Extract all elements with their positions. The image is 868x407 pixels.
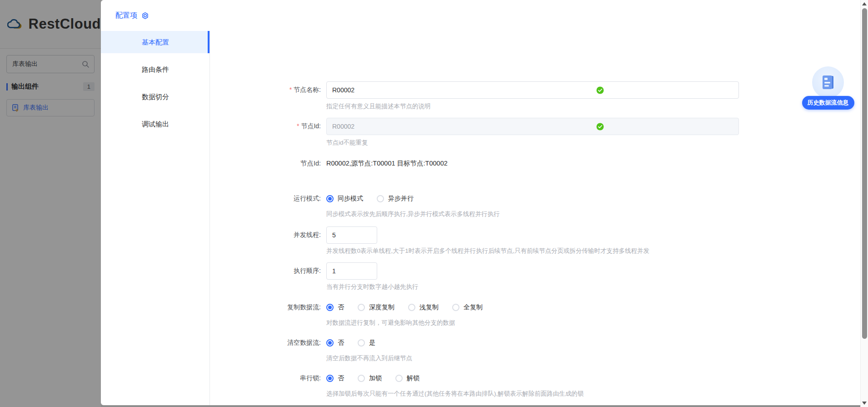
radio-clear-yes[interactable]: 是	[358, 339, 375, 347]
radio-copy-no[interactable]: 否	[326, 303, 344, 312]
radio-dot	[408, 304, 415, 311]
history-doc-icon	[819, 73, 837, 91]
copy-stream-radio-group: 否 深度复制 浅复制 全复制	[326, 303, 739, 312]
radio-full-copy[interactable]: 全复制	[452, 303, 483, 312]
threads-input[interactable]	[326, 226, 377, 244]
serial-lock-helper: 选择加锁后每次只能有一个任务通过(其他任务将在本路由排队),解锁表示解除前面路由…	[326, 390, 739, 398]
helper-row: 同步模式表示按先后顺序执行,异步并行模式表示多线程并行执行	[210, 210, 860, 218]
required-asterisk: *	[289, 86, 292, 93]
helper-row: 对数据流进行复制，可避免影响其他分支的数据	[210, 319, 860, 327]
window-scrollbar[interactable]	[860, 0, 868, 407]
helper-row: 选择加锁后每次只能有一个任务通过(其他任务将在本路由排队),解锁表示解除前面路由…	[210, 390, 860, 398]
radio-dot	[377, 195, 384, 202]
node-name-helper: 指定任何有意义且能描述本节点的说明	[326, 102, 739, 111]
field-row-exec-order: 执行顺序:	[210, 262, 860, 280]
helper-row: 指定任何有意义且能描述本节点的说明	[210, 102, 860, 111]
drawer-header: 配置项	[101, 0, 860, 31]
node-id-info-value: R00002,源节点:T00001 目标节点:T00002	[326, 160, 448, 167]
node-name-input[interactable]	[326, 81, 739, 99]
nav-item-route-condition[interactable]: 路由条件	[101, 58, 210, 80]
run-mode-helper: 同步模式表示按先后顺序执行,异步并行模式表示多线程并行执行	[326, 210, 739, 218]
valid-check-icon	[596, 123, 604, 131]
radio-lock-add[interactable]: 加锁	[358, 374, 382, 382]
radio-dot	[326, 375, 334, 382]
field-row-serial-lock: 串行锁: 否 加锁 解锁	[210, 374, 860, 382]
page: RestCloud 库表输出 输出组件 1	[0, 0, 868, 407]
config-nav: 基本配置 路由条件 数据切分 调试输出	[101, 31, 210, 405]
history-badge[interactable]: 历史数据流信息	[802, 96, 854, 110]
exec-order-label: 执行顺序:	[210, 267, 326, 275]
valid-check-icon	[596, 86, 604, 94]
radio-dot	[452, 304, 459, 311]
radio-dot	[395, 375, 403, 382]
node-id-helper: 节点id不能重复	[326, 139, 739, 147]
field-row-copy-stream: 复制数据流: 否 深度复制 浅复制 全复制	[210, 303, 860, 312]
helper-row: 并发线程数0表示单线程,大于1时表示开启多个线程并行执行后续节点,只有前续节点分…	[210, 247, 860, 255]
serial-lock-label: 串行锁:	[210, 374, 326, 382]
radio-dot	[326, 304, 334, 311]
clear-stream-radio-group: 否 是	[326, 339, 739, 347]
node-name-label: *节点名称:	[210, 86, 326, 94]
gear-icon[interactable]	[141, 11, 150, 20]
history-icon-circle	[812, 66, 844, 98]
helper-row: 清空后数据不再流入到后继节点	[210, 354, 860, 362]
node-id-input	[326, 118, 739, 135]
radio-deep-copy[interactable]: 深度复制	[358, 303, 394, 312]
exec-order-input[interactable]	[326, 262, 377, 280]
drawer-title: 配置项	[115, 11, 137, 20]
clear-stream-label: 清空数据流:	[210, 339, 326, 347]
helper-row: 节点id不能重复	[210, 139, 860, 147]
threads-helper: 并发线程数0表示单线程,大于1时表示开启多个线程并行执行后续节点,只有前续节点分…	[326, 247, 739, 255]
node-id-label: *节点Id:	[210, 122, 326, 131]
threads-label: 并发线程:	[210, 231, 326, 239]
run-mode-label: 运行模式:	[210, 195, 326, 203]
node-id-info-row: 节点Id: R00002,源节点:T00001 目标节点:T00002	[210, 159, 860, 168]
history-dataflow-widget[interactable]: 历史数据流信息	[799, 66, 857, 110]
required-asterisk: *	[297, 122, 299, 130]
field-row-clear-stream: 清空数据流: 否 是	[210, 339, 860, 347]
field-row-run-mode: 运行模式: 同步模式 异步并行	[210, 195, 860, 203]
radio-dot	[358, 375, 365, 382]
radio-clear-no[interactable]: 否	[326, 339, 344, 347]
config-drawer: 配置项 基本配置 路由条件 数据切分 调试输出 *节点名称:	[101, 0, 860, 405]
scroll-down-icon[interactable]	[862, 402, 867, 405]
clear-stream-helper: 清空后数据不再流入到后继节点	[326, 354, 739, 362]
field-row-node-id: *节点Id:	[210, 118, 860, 135]
copy-stream-label: 复制数据流:	[210, 303, 326, 312]
field-row-node-name: *节点名称:	[210, 81, 860, 99]
radio-dot	[358, 304, 365, 311]
nav-item-debug-output[interactable]: 调试输出	[101, 113, 210, 135]
radio-dot	[358, 339, 365, 347]
nav-item-basic-config[interactable]: 基本配置	[101, 31, 210, 53]
run-mode-radio-group: 同步模式 异步并行	[326, 195, 739, 203]
drawer-body: 基本配置 路由条件 数据切分 调试输出 *节点名称:	[101, 31, 860, 405]
radio-lock-release[interactable]: 解锁	[395, 374, 419, 382]
node-id-info-label: 节点Id:	[210, 159, 326, 168]
radio-dot	[326, 195, 334, 202]
radio-dot	[326, 339, 334, 347]
exec-order-helper: 当有并行分支时数字越小越先执行	[326, 283, 739, 291]
serial-lock-radio-group: 否 加锁 解锁	[326, 374, 739, 382]
app-background: RestCloud 库表输出 输出组件 1	[0, 0, 101, 407]
basic-config-form: *节点名称: 指定任何有意义且能描述本节点的说明 *节点Id:	[210, 31, 860, 405]
radio-async-parallel[interactable]: 异步并行	[377, 195, 414, 203]
field-row-threads: 并发线程:	[210, 226, 860, 244]
modal-overlay[interactable]	[0, 0, 101, 407]
copy-stream-helper: 对数据流进行复制，可避免影响其他分支的数据	[326, 319, 739, 327]
scrollbar-thumb[interactable]	[862, 8, 867, 339]
radio-sync-mode[interactable]: 同步模式	[326, 195, 363, 203]
nav-item-data-split[interactable]: 数据切分	[101, 85, 210, 108]
helper-row: 当有并行分支时数字越小越先执行	[210, 283, 860, 291]
radio-shallow-copy[interactable]: 浅复制	[408, 303, 439, 312]
scroll-up-icon[interactable]	[862, 2, 867, 5]
radio-lock-no[interactable]: 否	[326, 374, 344, 382]
